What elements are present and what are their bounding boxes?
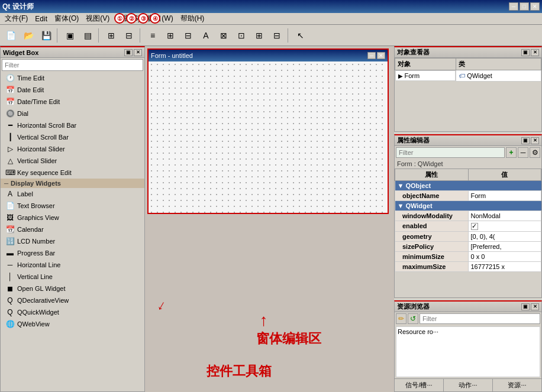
widget-box-float-btn[interactable]: ▣ (124, 49, 133, 56)
widget-item-dateedit[interactable]: 📅Date Edit (1, 84, 144, 96)
maximize-btn[interactable]: □ (520, 2, 529, 11)
property-editor-title-bar: 属性编辑器 ▣ ✕ (395, 135, 541, 146)
widget-category-display[interactable]: ─Display Widgets (1, 179, 144, 188)
widget-item-verticalslider[interactable]: △Vertical Slider (1, 155, 144, 167)
prop-row-objectName[interactable]: objectNameForm (395, 191, 541, 201)
prop-settings-btn[interactable]: ⚙ (530, 147, 540, 158)
menu-help[interactable]: 帮助(H) (177, 12, 208, 25)
prop-add-btn[interactable]: + (506, 147, 517, 158)
object-inspector-title-bar: 对象查看器 ▣ ✕ (395, 47, 541, 58)
toolbar-btn-7[interactable]: ⊟ (121, 27, 137, 44)
prop-col-value: 值 (468, 169, 541, 181)
widget-icon: Q (5, 307, 15, 317)
form-min-btn[interactable]: ─ (367, 52, 376, 59)
obj-inspector-close-btn[interactable]: ✕ (531, 49, 539, 56)
toolbar-btn-6[interactable]: ⊞ (103, 27, 120, 44)
widget-icon: ━ (5, 121, 15, 130)
prop-form-label: Form : QWidget (395, 159, 541, 169)
toolbar: 📄 📂 💾 ▣ ▤ ⊞ ⊟ ≡ ⊞ ⊟ A ⊠ ⊡ ⊞ ⊟ ↖ (0, 25, 542, 46)
toolbar-save[interactable]: 💾 (38, 27, 54, 44)
toolbar-btn-9[interactable]: ⊞ (162, 27, 179, 44)
annotation-3: ③ (138, 13, 149, 24)
widget-item-horizontalline[interactable]: ─Horizontal Line (1, 259, 144, 271)
widget-item-date/timeedit[interactable]: 📅Date/Time Edit (1, 96, 144, 108)
toolbar-btn-5[interactable]: ▤ (79, 27, 96, 44)
toolbar-btn-15[interactable]: ⊟ (269, 27, 285, 44)
widget-icon: ─ (5, 260, 15, 270)
toolbar-pointer[interactable]: ↖ (292, 27, 309, 44)
toolbar-btn-11[interactable]: A (198, 27, 214, 44)
resource-close-btn[interactable]: ✕ (531, 303, 539, 310)
widget-item-lcdnumber[interactable]: 🔢LCD Number (1, 235, 144, 247)
obj-inspector-float-btn[interactable]: ▣ (521, 49, 530, 56)
widget-item-dial[interactable]: 🔘Dial (1, 108, 144, 119)
widget-box-close-btn[interactable]: ✕ (134, 49, 142, 56)
toolbar-btn-4[interactable]: ▣ (62, 27, 78, 44)
widget-item-calendar[interactable]: 📆Calendar (1, 223, 144, 235)
prop-row-enabled[interactable]: enabled✓ (395, 221, 541, 232)
widget-item-horizontalslider[interactable]: ▷Horizontal Slider (1, 143, 144, 155)
widget-icon: 📅 (5, 85, 15, 95)
menu-edit[interactable]: Edit (31, 14, 51, 24)
widget-item-timeedit[interactable]: 🕐Time Edit (1, 72, 144, 84)
minimize-btn[interactable]: ─ (509, 2, 518, 11)
form-canvas[interactable] (149, 61, 388, 213)
widget-item-verticalline[interactable]: │Vertical Line (1, 271, 144, 283)
prop-check[interactable]: ✓ (471, 223, 478, 230)
toolbar-new[interactable]: 📄 (2, 27, 19, 44)
prop-row-geometry[interactable]: geometry[0, 0), 4( (395, 231, 541, 241)
resource-filter-input[interactable] (420, 313, 540, 324)
widget-item-verticalscrollbar[interactable]: ┃Vertical Scroll Bar (1, 131, 144, 143)
widget-item-qwebview[interactable]: 🌐QWebView (1, 318, 144, 330)
resource-float-btn[interactable]: ▣ (521, 303, 530, 310)
object-inspector: 对象查看器 ▣ ✕ 对象 类 ▶Form🏷 QWidget (394, 46, 542, 132)
prop-row-sizePolicy[interactable]: sizePolicy[Preferred, (395, 241, 541, 251)
toolbar-btn-8[interactable]: ≡ (144, 27, 161, 44)
object-inspector-title: 对象查看器 (397, 48, 430, 57)
resource-edit-btn[interactable]: ✏ (396, 313, 406, 324)
widget-filter-input[interactable] (2, 59, 143, 71)
widget-icon: 📅 (5, 97, 15, 106)
resource-bottom-bar: 信号/槽··· 动作··· 资源··· (395, 378, 541, 391)
center-toolbox-label: 控件工具箱 (207, 362, 272, 380)
left-arrow-icon: ↑ (154, 298, 168, 316)
widget-item-textbrowser[interactable]: 📄Text Browser (1, 200, 144, 212)
up-arrow-icon: ↑ (260, 311, 268, 330)
prop-row-minimumSize[interactable]: minimumSize0 x 0 (395, 251, 541, 261)
property-filter-input[interactable] (396, 147, 505, 158)
resource-resources-btn[interactable]: 资源··· (493, 379, 541, 391)
prop-remove-btn[interactable]: ─ (518, 147, 528, 158)
prop-row-maximumSize[interactable]: maximumSize16777215 x (395, 261, 541, 271)
widget-item-graphicsview[interactable]: 🖼Graphics View (1, 212, 144, 223)
menu-file[interactable]: 文件(F) (1, 12, 31, 25)
widget-icon: 📄 (5, 201, 15, 210)
widget-item-keysequenceedit[interactable]: ⌨Key sequence Edit (1, 167, 144, 179)
prop-editor-controls: ▣ ✕ (521, 137, 539, 144)
resource-refresh-btn[interactable]: ↺ (408, 313, 418, 324)
menu-view[interactable]: 视图(V) (82, 12, 113, 25)
toolbar-sep-2 (98, 28, 101, 43)
widget-item-qdeclarativeview[interactable]: QQDeclarativeView (1, 294, 144, 306)
toolbar-open[interactable]: 📂 (20, 27, 37, 44)
widget-item-openglwidget[interactable]: ◼Open GL Widget (1, 283, 144, 294)
widget-item-progressbar[interactable]: ▬Progress Bar (1, 247, 144, 259)
toolbar-btn-10[interactable]: ⊟ (180, 27, 196, 44)
widget-item-horizontalscrollbar[interactable]: ━Horizontal Scroll Bar (1, 119, 144, 131)
prop-editor-float-btn[interactable]: ▣ (521, 137, 530, 144)
widget-icon: ▷ (5, 144, 15, 154)
object-row[interactable]: ▶Form🏷 QWidget (395, 70, 541, 82)
resource-signals-btn[interactable]: 信号/槽··· (395, 379, 444, 391)
widget-icon: 🌐 (5, 319, 15, 329)
resource-actions-btn[interactable]: 动作··· (444, 379, 493, 391)
widget-item-qquickwidget[interactable]: QQQuickWidget (1, 306, 144, 318)
toolbar-btn-14[interactable]: ⊞ (251, 27, 267, 44)
prop-editor-close-btn[interactable]: ✕ (531, 137, 539, 144)
close-btn[interactable]: ✕ (530, 2, 540, 11)
toolbar-sep-1 (57, 28, 59, 43)
menu-form[interactable]: 窗体(O) (51, 12, 82, 25)
widget-item-label[interactable]: ALabel (1, 188, 144, 200)
form-close-btn[interactable]: ✕ (377, 52, 385, 59)
prop-row-windowModality[interactable]: windowModalityNonModal (395, 211, 541, 221)
toolbar-btn-13[interactable]: ⊡ (233, 27, 250, 44)
toolbar-btn-12[interactable]: ⊠ (215, 27, 232, 44)
